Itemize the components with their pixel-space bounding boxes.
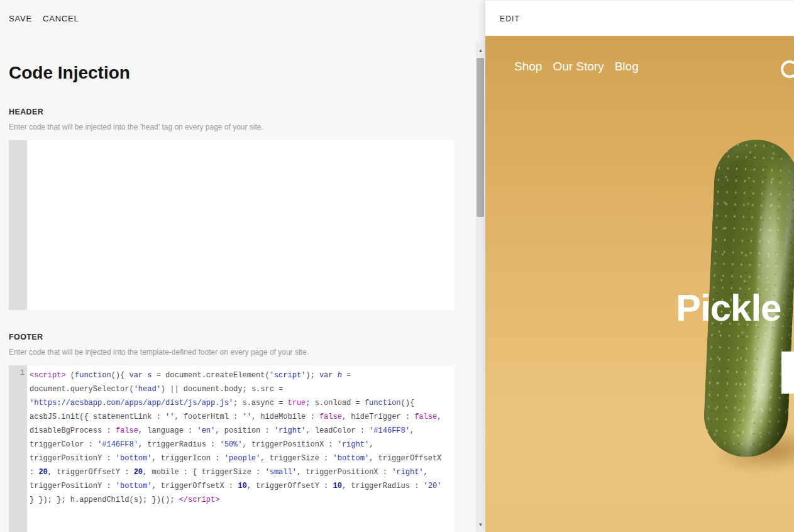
edit-button[interactable]: EDIT	[500, 14, 520, 23]
footer-section-description: Enter code that will be injected into th…	[9, 348, 309, 357]
scrollbar-up-icon[interactable]: ▲	[476, 47, 485, 55]
scrollbar-thumb[interactable]	[477, 58, 484, 217]
cancel-button[interactable]: CANCEL	[43, 14, 79, 23]
left-panel-scrollbar[interactable]: ▲ ▼	[476, 43, 485, 532]
site-preview: ShopOur StoryBlog Pickle	[485, 36, 794, 532]
footer-code-editor[interactable]: 1 <script> (function(){ var s = document…	[9, 365, 455, 532]
edge-white-box	[781, 352, 794, 394]
scrollbar-down-icon[interactable]: ▼	[476, 521, 485, 529]
nav-link[interactable]: Blog	[615, 60, 639, 74]
header-editor-gutter	[9, 140, 27, 310]
code-injection-panel: SAVE CANCEL Code Injection HEADER Enter …	[0, 0, 476, 532]
footer-code-content[interactable]: <script> (function(){ var s = document.c…	[30, 369, 449, 507]
page-title: Code Injection	[9, 63, 130, 83]
footer-editor-gutter: 1	[9, 365, 27, 532]
header-section-description: Enter code that will be injected into th…	[9, 123, 263, 131]
preview-edit-bar: EDIT	[485, 0, 794, 36]
save-button[interactable]: SAVE	[9, 14, 32, 23]
line-number: 1	[20, 369, 25, 377]
nav-link[interactable]: Our Story	[553, 60, 604, 74]
header-code-editor[interactable]	[9, 140, 455, 310]
cart-circle-icon[interactable]	[781, 60, 794, 78]
hero-title: Pickle	[676, 286, 781, 330]
footer-section-label: FOOTER	[9, 333, 43, 341]
header-section-label: HEADER	[9, 108, 43, 116]
preview-nav: ShopOur StoryBlog	[514, 60, 639, 74]
site-preview-panel: EDIT ShopOur StoryBlog Pickle	[485, 0, 794, 532]
nav-link[interactable]: Shop	[514, 60, 542, 74]
